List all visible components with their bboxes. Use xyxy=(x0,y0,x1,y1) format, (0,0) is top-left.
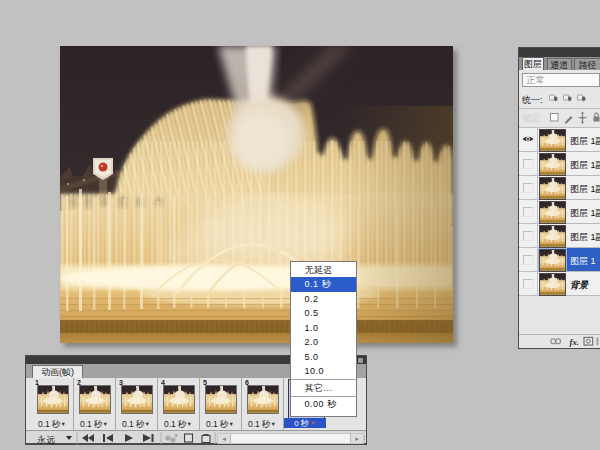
svg-text:fx.: fx. xyxy=(570,337,579,347)
